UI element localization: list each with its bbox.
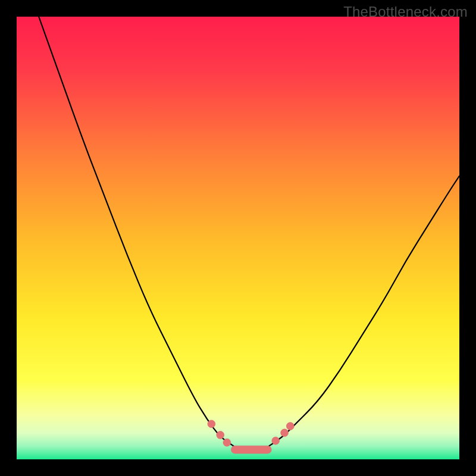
outer-frame: TheBottleneck.com (0, 0, 476, 476)
marker-group (208, 420, 294, 446)
trough-marker-bar (231, 446, 272, 453)
data-marker (281, 429, 289, 437)
data-marker (223, 439, 231, 446)
data-marker (272, 437, 280, 444)
data-marker (217, 431, 224, 439)
curve-right-branch (269, 176, 459, 446)
data-marker (286, 422, 294, 430)
chart-svg (17, 17, 459, 459)
curve-left-branch (39, 17, 233, 446)
data-marker (208, 420, 215, 428)
